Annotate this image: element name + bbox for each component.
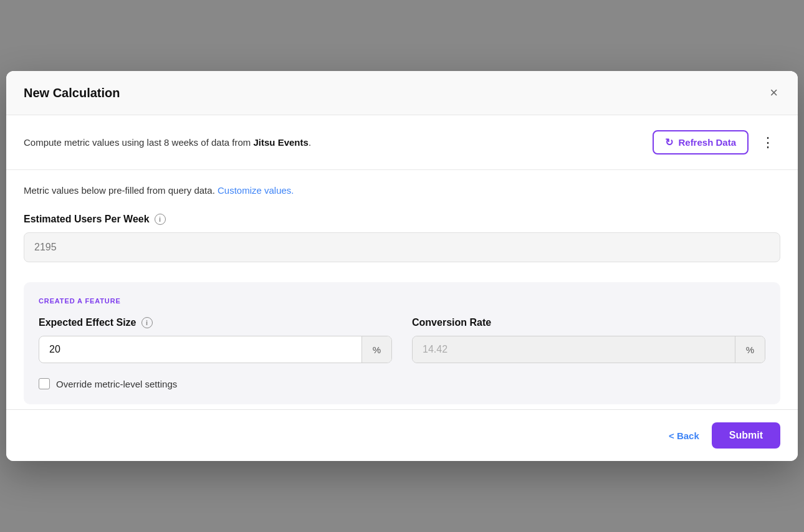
effect-size-label: Expected Effect Size i (39, 317, 392, 328)
new-calculation-modal: New Calculation × Compute metric values … (6, 71, 798, 461)
modal-body: Compute metric values using last 8 weeks… (6, 115, 798, 409)
more-options-button[interactable]: ⋮ (756, 132, 780, 153)
info-actions: ↻ Refresh Data ⋮ (653, 130, 780, 154)
close-button[interactable]: × (767, 83, 780, 102)
back-button[interactable]: < Back (669, 430, 699, 441)
feature-card: CREATED A FEATURE Expected Effect Size i… (24, 282, 780, 404)
refresh-icon: ↻ (665, 136, 673, 148)
metrics-row: Expected Effect Size i % Conversion Rate (39, 317, 765, 363)
estimated-users-label: Estimated Users Per Week i (24, 214, 780, 225)
estimated-users-section: Estimated Users Per Week i (6, 209, 798, 277)
info-suffix: . (309, 137, 311, 148)
info-bar: Compute metric values using last 8 weeks… (6, 115, 798, 170)
conversion-rate-label: Conversion Rate (412, 317, 765, 328)
modal-header: New Calculation × (6, 71, 798, 115)
effect-size-info-icon[interactable]: i (141, 317, 153, 328)
conversion-rate-unit: % (735, 336, 765, 363)
feature-card-label: CREATED A FEATURE (39, 297, 765, 305)
override-row: Override metric-level settings (39, 378, 765, 389)
effect-size-input-group: % (39, 336, 392, 363)
estimated-users-info-icon[interactable]: i (155, 214, 166, 225)
conversion-rate-block: Conversion Rate % (412, 317, 765, 363)
refresh-data-button[interactable]: ↻ Refresh Data (653, 130, 749, 154)
info-text: Compute metric values using last 8 weeks… (24, 137, 311, 148)
prefill-text: Metric values below pre-filled from quer… (24, 185, 294, 196)
info-prefix: Compute metric values using last 8 weeks… (24, 137, 254, 148)
conversion-rate-input[interactable] (413, 336, 735, 363)
refresh-label: Refresh Data (678, 137, 736, 148)
override-label: Override metric-level settings (56, 379, 177, 389)
estimated-users-input[interactable] (24, 232, 780, 262)
prefill-section: Metric values below pre-filled from quer… (6, 170, 798, 209)
prefill-text-main: Metric values below pre-filled from quer… (24, 185, 215, 196)
conversion-rate-input-group: % (412, 336, 765, 363)
modal-title: New Calculation (24, 86, 120, 100)
customize-values-link[interactable]: Customize values. (218, 185, 294, 196)
submit-button[interactable]: Submit (712, 422, 780, 449)
source-name: Jitsu Events (254, 137, 309, 148)
effect-size-block: Expected Effect Size i % (39, 317, 392, 363)
modal-footer: < Back Submit (6, 409, 798, 461)
override-checkbox[interactable] (39, 378, 50, 389)
effect-size-input[interactable] (39, 336, 361, 363)
effect-size-unit: % (361, 336, 391, 363)
